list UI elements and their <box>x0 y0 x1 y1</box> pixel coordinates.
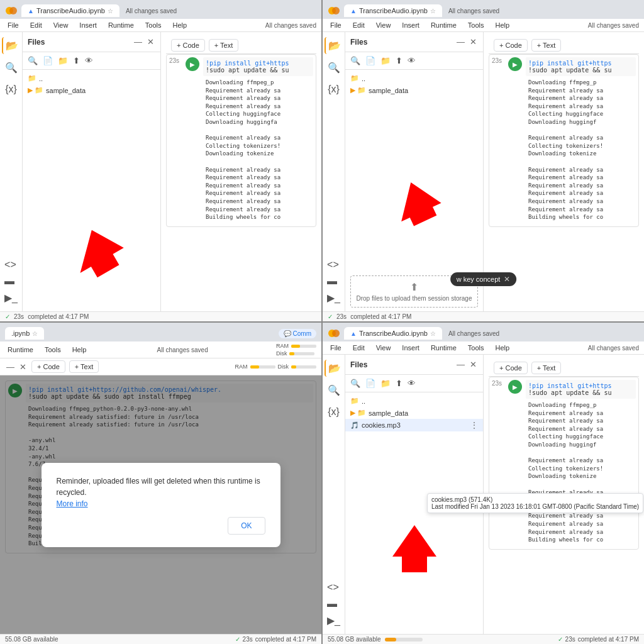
menu-runtime-tl[interactable]: Runtime <box>106 20 136 30</box>
menu-runtime-br[interactable]: Runtime <box>428 343 459 353</box>
file-item-sample-tl[interactable]: ▶ 📁 sample_data <box>23 84 160 96</box>
menu-runtime-bl[interactable]: Runtime <box>5 345 36 355</box>
menu-file-tr[interactable]: File <box>328 20 344 30</box>
sidebar-icon-shell-br[interactable]: ▶_ <box>325 612 343 629</box>
refresh-btn-br[interactable]: 👁 <box>406 377 417 389</box>
menu-help-tl[interactable]: Help <box>170 20 190 30</box>
close-btn-tr[interactable]: ✕ <box>469 36 478 48</box>
minimize-btn-tr[interactable]: — <box>455 36 466 48</box>
file-item-sample-tr[interactable]: ▶ 📁 sample_data <box>345 84 483 96</box>
checkmark-tl: ✓ <box>5 313 10 320</box>
sidebar-icon-terminal-tr[interactable]: ▬ <box>325 273 343 289</box>
menu-edit-tr[interactable]: Edit <box>350 20 367 30</box>
run-btn-tr[interactable]: ▶ <box>508 57 522 71</box>
star-icon-tl[interactable]: ☆ <box>108 8 113 14</box>
run-btn-br[interactable]: ▶ <box>508 380 522 394</box>
menu-help-tr[interactable]: Help <box>493 20 513 30</box>
search-icon-br[interactable]: 🔍 <box>350 379 360 388</box>
file-item-parent-tl[interactable]: 📁 .. <box>23 72 160 84</box>
dialog-ok-btn-bl[interactable]: OK <box>228 517 265 535</box>
menu-tools-br[interactable]: Tools <box>465 343 487 353</box>
refresh-btn-tr[interactable]: 👁 <box>406 55 417 67</box>
refresh-btn-tl[interactable]: 👁 <box>84 55 94 67</box>
sidebar-icon-shell-tr[interactable]: ▶_ <box>325 289 343 306</box>
file-menu-btn-br[interactable]: ⋮ <box>470 421 478 430</box>
run-btn-tl[interactable]: ▶ <box>186 57 199 71</box>
close-btn-bl[interactable]: ✕ <box>18 361 28 373</box>
code-btn-bl[interactable]: + Code <box>31 360 65 373</box>
star-icon-br[interactable]: ☆ <box>430 330 436 337</box>
star-icon-tr[interactable]: ☆ <box>430 8 436 14</box>
upload-btn-br[interactable]: ⬆ <box>394 377 404 389</box>
sidebar-icon-variables-tl[interactable]: {x} <box>3 81 19 97</box>
sidebar-icon-code-br[interactable]: <> <box>325 579 343 596</box>
minimize-btn-bl[interactable]: — <box>5 361 16 373</box>
sidebar-icon-search-tr[interactable]: 🔍 <box>325 59 343 76</box>
menu-help-bl[interactable]: Help <box>70 345 89 355</box>
upload-btn-tl[interactable]: ⬆ <box>72 55 81 67</box>
menu-tools-bl[interactable]: Tools <box>42 345 64 355</box>
file-item-mp3-br[interactable]: 🎵 cookies.mp3 ⋮ <box>345 419 483 431</box>
upload-btn-tr[interactable]: ⬆ <box>394 55 404 67</box>
close-btn-tl[interactable]: ✕ <box>146 36 155 48</box>
menu-help-br[interactable]: Help <box>493 343 513 353</box>
changes-saved-menu-br: All changes saved <box>588 345 639 352</box>
tab-title-tl[interactable]: ▲ TranscribeAudio.ipynb ☆ <box>21 4 119 17</box>
key-concept-close-tr[interactable]: ✕ <box>504 275 510 284</box>
tab-title-bl[interactable]: .ipynb ☆ <box>5 327 44 340</box>
menu-view-br[interactable]: View <box>374 343 394 353</box>
code-btn-tl[interactable]: + Code <box>171 39 205 52</box>
sidebar-icon-terminal-br[interactable]: ▬ <box>325 596 343 612</box>
code-btn-br[interactable]: + Code <box>494 362 528 374</box>
file-item-parent-tr[interactable]: 📁 .. <box>345 72 483 84</box>
search-icon-tl[interactable]: 🔍 <box>28 56 38 65</box>
cell-output-tr: Downloading ffmpeg_p Requirement already… <box>526 76 636 224</box>
sidebar-icon-code-tr[interactable]: <> <box>325 257 343 273</box>
new-file-btn-tr[interactable]: 📄 <box>364 55 377 67</box>
new-folder-btn-br[interactable]: 📁 <box>379 377 392 389</box>
menu-insert-tr[interactable]: Insert <box>399 20 422 30</box>
drop-icon-tr: ⬆ <box>410 281 418 293</box>
new-folder-btn-tr[interactable]: 📁 <box>379 55 392 67</box>
minimize-btn-tl[interactable]: — <box>133 36 143 48</box>
menu-edit-tl[interactable]: Edit <box>28 20 45 30</box>
sidebar-icon-code-tl[interactable]: <> <box>2 257 20 273</box>
file-item-sample-br[interactable]: ▶ 📁 sample_data <box>345 407 483 419</box>
menu-edit-br[interactable]: Edit <box>350 343 367 353</box>
sidebar-icon-files-tl[interactable]: 📂 <box>2 37 21 54</box>
file-item-parent-br[interactable]: 📁 .. <box>345 395 483 407</box>
tab-title-br[interactable]: ▲ TranscribeAudio.ipynb ☆ <box>344 327 442 340</box>
menu-tools-tr[interactable]: Tools <box>465 20 487 30</box>
menu-runtime-tr[interactable]: Runtime <box>428 20 459 30</box>
code-btn-tr[interactable]: + Code <box>494 39 528 52</box>
sidebar-icon-shell-tl[interactable]: ▶_ <box>2 289 20 306</box>
new-file-btn-tl[interactable]: 📄 <box>42 55 54 67</box>
sidebar-icon-variables-tr[interactable]: {x} <box>325 81 342 97</box>
star-icon-bl[interactable]: ☆ <box>32 330 38 337</box>
menu-file-tl[interactable]: File <box>5 20 21 30</box>
text-btn-tr[interactable]: + Text <box>531 39 561 52</box>
menu-tools-tl[interactable]: Tools <box>143 20 164 30</box>
text-btn-bl[interactable]: + Text <box>69 360 99 373</box>
sidebar-icon-files-br[interactable]: 📂 <box>325 360 343 377</box>
text-btn-br[interactable]: + Text <box>531 362 561 374</box>
close-btn-br[interactable]: ✕ <box>469 358 478 370</box>
sidebar-icon-files-tr[interactable]: 📂 <box>325 37 343 54</box>
menu-insert-br[interactable]: Insert <box>399 343 422 353</box>
sidebar-icon-search-tl[interactable]: 🔍 <box>3 59 20 76</box>
menu-view-tl[interactable]: View <box>51 20 71 30</box>
cell-br: 23s ▶ !pip install git+https !sudo apt u… <box>489 377 639 550</box>
menu-insert-tl[interactable]: Insert <box>77 20 99 30</box>
text-btn-tl[interactable]: + Text <box>209 39 238 52</box>
sidebar-icon-variables-br[interactable]: {x} <box>325 404 342 420</box>
sidebar-icon-search-br[interactable]: 🔍 <box>325 382 343 399</box>
search-icon-tr[interactable]: 🔍 <box>350 56 360 65</box>
dialog-link-bl[interactable]: More info <box>57 499 88 508</box>
new-folder-btn-tl[interactable]: 📁 <box>57 55 69 67</box>
minimize-btn-br[interactable]: — <box>455 358 466 370</box>
menu-view-tr[interactable]: View <box>374 20 394 30</box>
new-file-btn-br[interactable]: 📄 <box>364 377 377 389</box>
menu-file-br[interactable]: File <box>328 343 344 353</box>
sidebar-icon-terminal-tl[interactable]: ▬ <box>2 273 20 289</box>
tab-title-tr[interactable]: ▲ TranscribeAudio.ipynb ☆ <box>344 4 442 17</box>
